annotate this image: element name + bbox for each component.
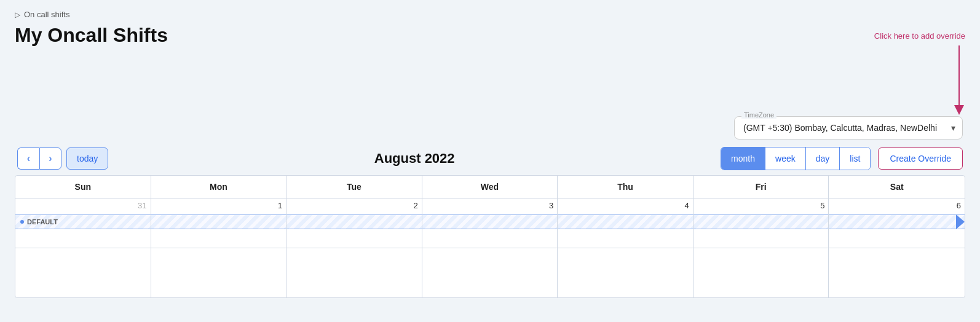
header-sat: Sat [829,176,965,198]
view-week-button[interactable]: week [765,147,806,170]
header-fri: Fri [694,176,829,198]
chevron-right-icon: › [49,153,52,164]
header-wed: Wed [422,176,558,198]
page-title: My Oncall Shifts [15,24,168,47]
breadcrumb-label[interactable]: On call shifts [24,10,69,19]
timezone-wrapper: TimeZone (GMT +5:30) Bombay, Calcutta, M… [734,116,963,139]
default-event-3[interactable] [422,214,558,229]
event-end-arrow [956,214,965,229]
header-mon: Mon [151,176,287,198]
view-buttons-group: month week day list [721,147,871,170]
cell-empty-2[interactable] [151,248,287,297]
cell-2[interactable]: 2 [286,198,422,248]
default-event-5[interactable] [694,214,829,229]
chevron-left-icon: ‹ [27,153,30,164]
toolbar-row: TimeZone (GMT +5:30) Bombay, Calcutta, M… [15,116,965,139]
cell-empty-4[interactable] [422,248,558,297]
hint-arrow [947,42,965,116]
calendar-controls-bar: ‹ › today August 2022 month week day lis… [15,147,965,170]
breadcrumb: ▷ On call shifts [15,10,965,19]
cell-date-1: 1 [155,201,283,210]
calendar-week-row-1: 31 DEFAULT 1 2 3 4 [15,198,965,248]
calendar-week-row-2 [15,248,965,297]
view-day-button[interactable]: day [806,147,840,170]
calendar-header-row: Sun Mon Tue Wed Thu Fri Sat [15,176,965,198]
cell-empty-3[interactable] [286,248,422,297]
cell-date-5: 5 [697,201,825,210]
next-button[interactable]: › [39,147,61,170]
cell-date-4: 4 [561,201,689,210]
cell-empty-5[interactable] [558,248,694,297]
cell-5[interactable]: 5 [694,198,829,248]
controls-right: month week day list Create Override [721,147,963,170]
cell-date-2: 2 [290,201,418,210]
today-button[interactable]: today [66,147,108,170]
cell-31[interactable]: 31 DEFAULT [15,198,151,248]
default-event[interactable]: DEFAULT [15,214,151,229]
calendar-month-title: August 2022 [108,151,721,167]
add-override-hint: Click here to add override [874,31,965,41]
cell-6[interactable]: 6 [829,198,965,248]
cell-1[interactable]: 1 [151,198,287,248]
breadcrumb-icon: ▷ [15,10,20,19]
cell-3[interactable]: 3 [422,198,558,248]
timezone-select[interactable]: (GMT +5:30) Bombay, Calcutta, Madras, Ne… [734,116,963,139]
cell-date-6: 6 [832,201,961,210]
view-list-button[interactable]: list [840,147,870,170]
default-event-2[interactable] [286,214,422,229]
cell-empty-1[interactable] [15,248,151,297]
cell-date-31: 31 [19,201,147,210]
default-event-4[interactable] [558,214,693,229]
timezone-label: TimeZone [741,111,776,119]
default-event-1[interactable] [151,214,286,229]
default-event-6[interactable] [829,214,965,229]
header-sun: Sun [15,176,151,198]
controls-left: ‹ › today [17,147,108,170]
create-override-button[interactable]: Create Override [878,147,963,170]
view-month-button[interactable]: month [721,147,765,170]
prev-button[interactable]: ‹ [17,147,39,170]
cell-4[interactable]: 4 [558,198,694,248]
header-thu: Thu [558,176,694,198]
event-label: DEFAULT [27,218,58,226]
cell-empty-7[interactable] [829,248,965,297]
header-tue: Tue [286,176,422,198]
event-dot [20,220,24,224]
cell-empty-6[interactable] [694,248,829,297]
cell-date-3: 3 [426,201,554,210]
calendar-grid: Sun Mon Tue Wed Thu Fri Sat 31 DEFAULT 1 [15,175,965,298]
